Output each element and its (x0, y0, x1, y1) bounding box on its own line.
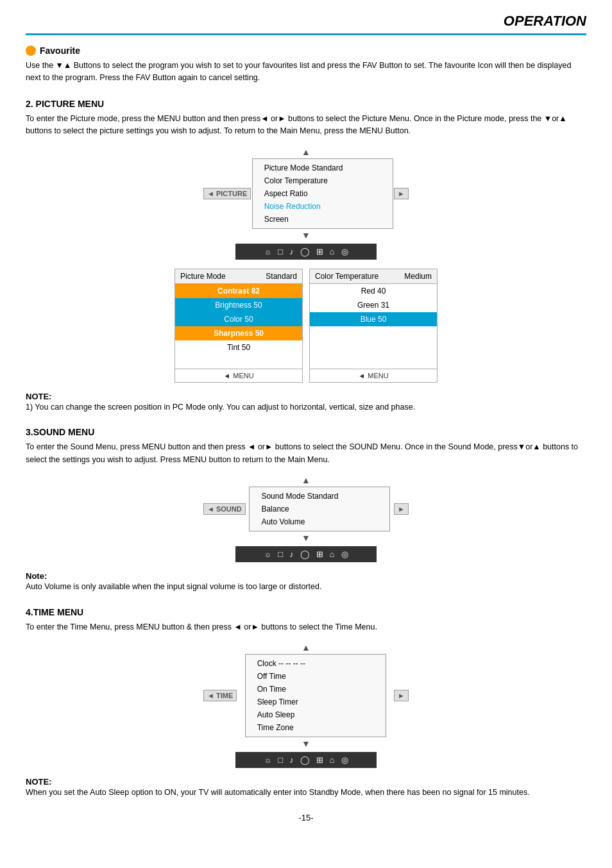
icon-grid: ⊞ (316, 247, 323, 256)
menu-item-off-time: Off Time (246, 670, 386, 683)
menu-item-auto-sleep: Auto Sleep (246, 708, 386, 721)
sound-label-left: ◄ SOUND (203, 503, 246, 515)
left-table-footer: ◄ MENU (175, 369, 302, 382)
sound-menu-section: 3.SOUND MENU To enter the Sound Menu, pr… (26, 427, 586, 593)
time-note: NOTE: When you set the Auto Sleep option… (26, 777, 586, 799)
time-menu-arrow-up: ▲ (203, 642, 409, 653)
menu-item-time-zone: Time Zone (246, 721, 386, 734)
menu-arrow-down: ▼ (203, 230, 409, 240)
sound-menu-mockup: ▲ ◄ SOUND Sound Mode Standard Balance Au… (26, 475, 586, 562)
time-icon-sound: ♪ (289, 755, 294, 765)
sound-icon-grid: ⊞ (316, 549, 323, 559)
menu-item-noise-reduction: Noise Reduction (253, 200, 393, 213)
time-icon-screen: □ (278, 755, 283, 765)
picture-menu-items-list: Picture Mode Standard Color Temperature … (253, 159, 393, 228)
time-icon-circle: ◎ (341, 755, 348, 765)
menu-back-icon-left: ◄ (223, 372, 230, 380)
sharpness-row: Sharpness 50 (175, 326, 302, 340)
sound-menu-box: Sound Mode Standard Balance Auto Volume (249, 487, 390, 531)
menu-item-aspect-ratio: Aspect Ratio (253, 187, 393, 200)
picture-mode-label: Picture Mode (180, 272, 226, 281)
picture-menu-nav: ◄ PICTURE Picture Mode Standard Color Te… (203, 158, 409, 229)
picture-menu-outer: ▲ ◄ PICTURE Picture Mode Standard Color … (203, 147, 409, 260)
time-note-title: NOTE: (26, 777, 586, 787)
right-table-footer: ◄ MENU (310, 369, 437, 382)
time-menu-items-list: Clock -- -- -- -- Off Time On Time Sleep… (246, 655, 386, 737)
menu-item-balance: Balance (250, 503, 389, 515)
menu-item-screen: Screen (253, 213, 393, 226)
picture-note: NOTE: 1) You can change the screen posit… (26, 392, 586, 413)
sound-bottom-icons: ☼ □ ♪ ◯ ⊞ ⌂ ◎ (235, 546, 377, 562)
page-number: -15- (26, 813, 586, 822)
icon-screen: □ (278, 247, 283, 256)
menu-label-right: MENU (368, 372, 388, 380)
icon-settings: ☼ (264, 247, 271, 256)
picture-menu-section: 2. PICTURE MENU To enter the Picture mod… (26, 99, 586, 413)
tint-row: Tint 50 (175, 340, 302, 355)
sound-icon-power: ◯ (300, 549, 310, 559)
green-row: Green 31 (310, 298, 437, 312)
sound-menu-arrow-up: ▲ (203, 475, 409, 485)
time-label-left: ◄ TIME (203, 690, 237, 701)
sound-icon-home: ⌂ (330, 549, 335, 559)
picture-menu-box: Picture Mode Standard Color Temperature … (252, 158, 393, 229)
picture-note-text: 1) You can change the screen position in… (26, 401, 586, 413)
sound-menu-nav: ◄ SOUND Sound Mode Standard Balance Auto… (203, 487, 409, 531)
color-row: Color 50 (175, 312, 302, 326)
picture-menu-mockup: ▲ ◄ PICTURE Picture Mode Standard Color … (26, 147, 586, 260)
sound-icon-settings: ☼ (264, 549, 271, 559)
time-menu-arrow-down: ▼ (203, 739, 409, 749)
picture-mode-value: Standard (266, 272, 297, 281)
color-temp-value: Medium (404, 272, 432, 281)
time-menu-section: 4.TIME MENU To enter the Time Menu, pres… (26, 607, 586, 799)
time-bottom-icons: ☼ □ ♪ ◯ ⊞ ⌂ ◎ (235, 752, 377, 768)
time-icon-grid: ⊞ (316, 755, 323, 765)
time-menu-nav: ◄ TIME Clock -- -- -- -- Off Time On Tim… (203, 654, 409, 737)
menu-item-sleep-timer: Sleep Timer (246, 696, 386, 708)
contrast-row: Contrast 82 (175, 284, 302, 298)
sound-note: Note: Auto Volume is only available when… (26, 571, 586, 593)
sound-icon-circle: ◎ (341, 549, 348, 559)
menu-item-clock: Clock -- -- -- -- (246, 657, 386, 670)
menu-item-picture-mode: Picture Mode Standard (253, 162, 393, 174)
sound-menu-items-list: Sound Mode Standard Balance Auto Volume (250, 487, 389, 531)
favourite-icon (26, 46, 36, 56)
time-menu-body: To enter the Time Menu, press MENU butto… (26, 621, 586, 633)
color-temp-label: Color Temperature (315, 272, 378, 281)
icon-sound: ♪ (289, 247, 294, 256)
picture-label-right: ► (394, 188, 409, 199)
sound-menu-title: 3.SOUND MENU (26, 427, 586, 437)
favourite-title: Favourite (26, 46, 586, 56)
time-icon-home: ⌂ (330, 755, 335, 765)
menu-back-icon-right: ◄ (358, 372, 365, 380)
time-icon-settings: ☼ (264, 755, 271, 765)
picture-right-table: Color Temperature Medium Red 40 Green 31… (309, 269, 438, 383)
sound-note-text: Auto Volume is only available when the i… (26, 581, 586, 593)
menu-item-auto-volume: Auto Volume (250, 515, 389, 528)
picture-left-table-header: Picture Mode Standard (175, 269, 302, 284)
picture-left-table: Picture Mode Standard Contrast 82 Bright… (174, 269, 303, 383)
sound-icon-sound: ♪ (289, 549, 294, 559)
time-icon-power: ◯ (300, 755, 310, 765)
brightness-row: Brightness 50 (175, 298, 302, 312)
blue-row: Blue 50 (310, 312, 437, 326)
right-empty-row1 (310, 326, 437, 340)
time-menu-title: 4.TIME MENU (26, 607, 586, 617)
sound-menu-arrow-down: ▼ (203, 533, 409, 543)
red-row: Red 40 (310, 284, 437, 298)
menu-label-left: MENU (233, 372, 253, 380)
picture-bottom-icons: ☼ □ ♪ ◯ ⊞ ⌂ ◎ (235, 244, 377, 260)
time-label-right: ► (394, 690, 409, 701)
icon-power: ◯ (300, 247, 310, 256)
page-header-title: OPERATION (26, 13, 586, 35)
icon-home: ⌂ (330, 247, 335, 256)
sound-menu-outer: ▲ ◄ SOUND Sound Mode Standard Balance Au… (203, 475, 409, 562)
sound-menu-body: To enter the Sound Menu, press MENU butt… (26, 441, 586, 466)
menu-item-color-temperature: Color Temperature (253, 174, 393, 187)
time-menu-outer: ▲ ◄ TIME Clock -- -- -- -- Off Time On T… (203, 642, 409, 768)
favourite-section: Favourite Use the ▼▲ Buttons to select t… (26, 46, 586, 85)
sound-note-title: Note: (26, 571, 586, 581)
menu-arrow-up: ▲ (203, 147, 409, 157)
picture-note-title: NOTE: (26, 392, 586, 401)
favourite-body: Use the ▼▲ Buttons to select the program… (26, 60, 586, 85)
